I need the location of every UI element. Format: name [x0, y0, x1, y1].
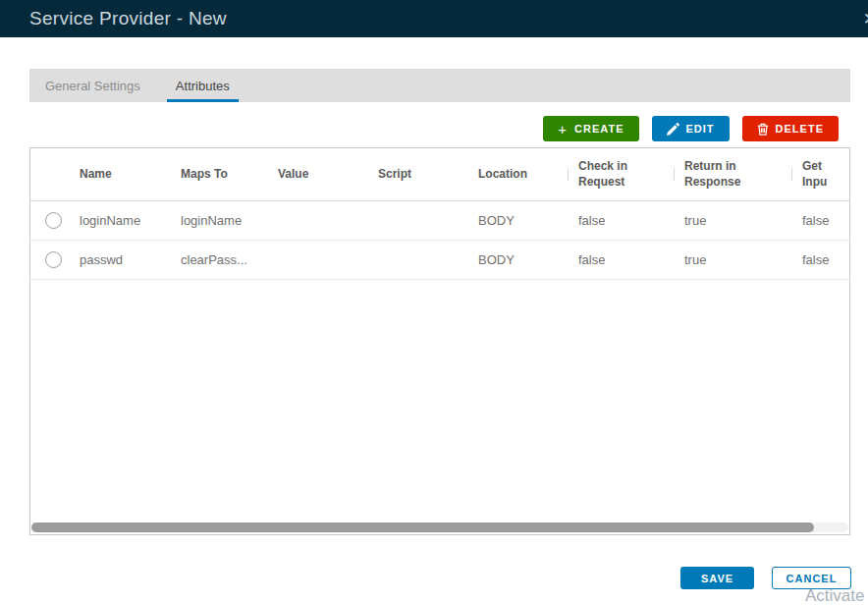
header-cell-value: Value	[267, 167, 367, 183]
edit-button[interactable]: EDIT	[652, 116, 730, 141]
tab-attributes[interactable]: Attributes	[167, 69, 239, 102]
cell-maps-to: loginName	[170, 213, 267, 228]
delete-button-label: DELETE	[776, 123, 824, 135]
header-cell-get-input: Get Inpu	[791, 159, 849, 190]
tab-general-settings[interactable]: General Settings	[36, 69, 149, 102]
cell-name: loginName	[69, 213, 170, 228]
table-toolbar: + CREATE EDIT DELETE	[543, 116, 839, 141]
cell-location: BODY	[467, 252, 568, 267]
cell-return-in-response: true	[674, 213, 791, 228]
pencil-icon	[667, 123, 679, 136]
header-cell-name: Name	[69, 167, 170, 183]
attributes-table: Name Maps To Value Script Location Check…	[29, 147, 850, 535]
cell-location: BODY	[467, 213, 568, 228]
tab-bar: General Settings Attributes	[29, 69, 850, 102]
delete-button[interactable]: DELETE	[742, 116, 839, 141]
cell-get-input: false	[791, 213, 849, 228]
cell-check-in-request: false	[568, 213, 674, 228]
tab-attributes-label: Attributes	[176, 79, 230, 93]
row-radio[interactable]	[45, 212, 62, 229]
header-cell-location: Location	[467, 167, 568, 183]
table-header-row: Name Maps To Value Script Location Check…	[30, 148, 849, 201]
edit-button-label: EDIT	[686, 123, 715, 135]
header-cell-check-in-request: Check in Request	[568, 159, 674, 190]
header-cell-script: Script	[367, 167, 467, 183]
modal-header: Service Provider - New ✕	[0, 0, 868, 37]
save-button[interactable]: SAVE	[680, 567, 754, 589]
row-select-cell	[30, 251, 69, 268]
tab-general-settings-label: General Settings	[45, 79, 140, 93]
cell-name: passwd	[69, 252, 170, 267]
horizontal-scrollbar-thumb[interactable]	[31, 522, 814, 532]
cell-return-in-response: true	[674, 252, 791, 267]
create-button-label: CREATE	[574, 123, 624, 135]
modal-title: Service Provider - New	[29, 8, 227, 29]
header-cell-return-in-response: Return in Response	[674, 159, 791, 190]
activate-watermark: Activate	[805, 586, 864, 605]
cell-check-in-request: false	[568, 252, 674, 267]
close-icon[interactable]: ✕	[863, 0, 868, 37]
table-row[interactable]: passwd clearPass... BODY false true fals…	[30, 241, 849, 280]
cell-maps-to: clearPass...	[170, 252, 267, 267]
cell-get-input: false	[791, 252, 849, 267]
header-cell-maps-to: Maps To	[170, 167, 267, 183]
create-button[interactable]: + CREATE	[543, 116, 638, 141]
horizontal-scrollbar[interactable]	[31, 522, 848, 532]
active-tab-underline	[167, 99, 239, 102]
plus-icon: +	[558, 122, 568, 137]
trash-icon	[757, 123, 769, 136]
row-select-cell	[30, 212, 69, 229]
table-row[interactable]: loginName loginName BODY false true fals…	[30, 201, 849, 241]
row-radio[interactable]	[45, 251, 62, 268]
